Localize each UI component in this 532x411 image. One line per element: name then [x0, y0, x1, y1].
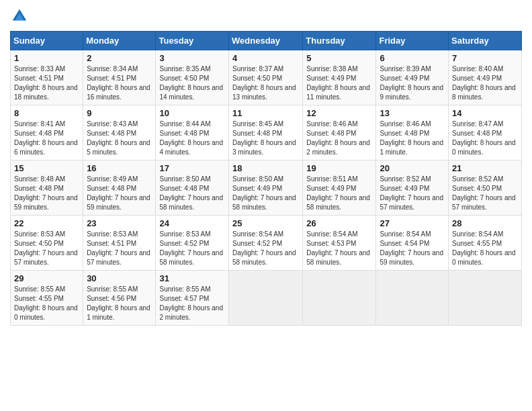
day-info: Sunrise: 8:52 AMSunset: 4:49 PMDaylight:… [380, 175, 445, 212]
calendar-cell: 18 Sunrise: 8:50 AMSunset: 4:49 PMDaylig… [229, 161, 303, 216]
day-info: Sunrise: 8:46 AMSunset: 4:48 PMDaylight:… [380, 120, 445, 157]
calendar-cell: 11 Sunrise: 8:45 AMSunset: 4:48 PMDaylig… [229, 105, 303, 161]
calendar-week-row: 29 Sunrise: 8:55 AMSunset: 4:55 PMDaylig… [11, 271, 522, 326]
calendar-cell: 10 Sunrise: 8:44 AMSunset: 4:48 PMDaylig… [156, 105, 229, 161]
calendar-cell: 30 Sunrise: 8:55 AMSunset: 4:56 PMDaylig… [83, 271, 156, 326]
calendar-cell: 26 Sunrise: 8:54 AMSunset: 4:53 PMDaylig… [303, 216, 376, 271]
day-number: 7 [452, 53, 518, 63]
day-info: Sunrise: 8:51 AMSunset: 4:49 PMDaylight:… [306, 175, 372, 212]
day-info: Sunrise: 8:40 AMSunset: 4:49 PMDaylight:… [452, 64, 518, 102]
calendar-cell: 1 Sunrise: 8:33 AMSunset: 4:51 PMDayligh… [11, 50, 83, 105]
day-number: 14 [452, 108, 518, 118]
day-info: Sunrise: 8:53 AMSunset: 4:52 PMDaylight:… [159, 230, 225, 267]
day-info: Sunrise: 8:52 AMSunset: 4:50 PMDaylight:… [452, 175, 518, 212]
day-number: 3 [159, 53, 225, 63]
weekday-header-saturday: Saturday [449, 32, 522, 50]
calendar-cell: 28 Sunrise: 8:54 AMSunset: 4:55 PMDaylig… [449, 216, 522, 271]
day-info: Sunrise: 8:54 AMSunset: 4:53 PMDaylight:… [306, 230, 372, 267]
day-number: 16 [87, 163, 152, 173]
day-info: Sunrise: 8:55 AMSunset: 4:56 PMDaylight:… [87, 285, 152, 322]
calendar-cell: 14 Sunrise: 8:47 AMSunset: 4:48 PMDaylig… [449, 105, 522, 161]
calendar-week-row: 8 Sunrise: 8:41 AMSunset: 4:48 PMDayligh… [11, 105, 522, 161]
day-number: 6 [380, 53, 445, 63]
day-number: 11 [232, 108, 299, 118]
calendar-cell: 15 Sunrise: 8:48 AMSunset: 4:48 PMDaylig… [11, 161, 83, 216]
day-number: 1 [14, 53, 79, 63]
calendar-cell: 12 Sunrise: 8:46 AMSunset: 4:48 PMDaylig… [303, 105, 376, 161]
day-info: Sunrise: 8:41 AMSunset: 4:48 PMDaylight:… [14, 120, 79, 157]
day-info: Sunrise: 8:46 AMSunset: 4:48 PMDaylight:… [306, 120, 372, 157]
calendar-cell: 27 Sunrise: 8:54 AMSunset: 4:54 PMDaylig… [376, 216, 449, 271]
day-number: 23 [87, 218, 152, 228]
weekday-header-tuesday: Tuesday [156, 32, 229, 50]
day-info: Sunrise: 8:53 AMSunset: 4:50 PMDaylight:… [14, 230, 79, 267]
day-number: 25 [232, 218, 299, 228]
weekday-header-sunday: Sunday [11, 32, 83, 50]
day-info: Sunrise: 8:34 AMSunset: 4:51 PMDaylight:… [87, 64, 152, 102]
day-info: Sunrise: 8:54 AMSunset: 4:52 PMDaylight:… [232, 230, 299, 267]
day-info: Sunrise: 8:54 AMSunset: 4:55 PMDaylight:… [452, 230, 518, 267]
day-info: Sunrise: 8:44 AMSunset: 4:48 PMDaylight:… [159, 120, 225, 157]
day-number: 15 [14, 163, 79, 173]
calendar-cell: 23 Sunrise: 8:53 AMSunset: 4:51 PMDaylig… [83, 216, 156, 271]
day-info: Sunrise: 8:39 AMSunset: 4:49 PMDaylight:… [380, 64, 445, 102]
day-number: 20 [380, 163, 445, 173]
calendar-table: SundayMondayTuesdayWednesdayThursdayFrid… [10, 31, 522, 326]
day-number: 27 [380, 218, 445, 228]
day-number: 24 [159, 218, 225, 228]
calendar-cell: 19 Sunrise: 8:51 AMSunset: 4:49 PMDaylig… [303, 161, 376, 216]
day-info: Sunrise: 8:43 AMSunset: 4:48 PMDaylight:… [87, 120, 152, 157]
weekday-header-thursday: Thursday [303, 32, 376, 50]
day-info: Sunrise: 8:35 AMSunset: 4:50 PMDaylight:… [159, 64, 225, 102]
calendar-cell: 2 Sunrise: 8:34 AMSunset: 4:51 PMDayligh… [83, 50, 156, 105]
day-number: 28 [452, 218, 518, 228]
calendar-cell: 4 Sunrise: 8:37 AMSunset: 4:50 PMDayligh… [229, 50, 303, 105]
calendar-cell: 16 Sunrise: 8:49 AMSunset: 4:48 PMDaylig… [83, 161, 156, 216]
day-number: 8 [14, 108, 79, 118]
calendar-cell: 5 Sunrise: 8:38 AMSunset: 4:49 PMDayligh… [303, 50, 376, 105]
calendar-cell: 20 Sunrise: 8:52 AMSunset: 4:49 PMDaylig… [376, 161, 449, 216]
day-info: Sunrise: 8:55 AMSunset: 4:57 PMDaylight:… [159, 285, 225, 322]
day-number: 10 [159, 108, 225, 118]
calendar-week-row: 1 Sunrise: 8:33 AMSunset: 4:51 PMDayligh… [11, 50, 522, 105]
day-number: 13 [380, 108, 445, 118]
day-info: Sunrise: 8:50 AMSunset: 4:48 PMDaylight:… [159, 175, 225, 212]
calendar-cell [303, 271, 376, 326]
day-info: Sunrise: 8:50 AMSunset: 4:49 PMDaylight:… [232, 175, 299, 212]
day-info: Sunrise: 8:54 AMSunset: 4:54 PMDaylight:… [380, 230, 445, 267]
calendar-cell: 29 Sunrise: 8:55 AMSunset: 4:55 PMDaylig… [11, 271, 83, 326]
day-number: 29 [14, 273, 79, 283]
day-info: Sunrise: 8:48 AMSunset: 4:48 PMDaylight:… [14, 175, 79, 212]
weekday-header-wednesday: Wednesday [229, 32, 303, 50]
day-number: 18 [232, 163, 299, 173]
calendar-cell: 31 Sunrise: 8:55 AMSunset: 4:57 PMDaylig… [156, 271, 229, 326]
day-number: 4 [232, 53, 299, 63]
day-number: 2 [87, 53, 152, 63]
day-number: 17 [159, 163, 225, 173]
page-header [10, 7, 522, 26]
day-info: Sunrise: 8:53 AMSunset: 4:51 PMDaylight:… [87, 230, 152, 267]
calendar-cell: 24 Sunrise: 8:53 AMSunset: 4:52 PMDaylig… [156, 216, 229, 271]
calendar-header-row: SundayMondayTuesdayWednesdayThursdayFrid… [11, 32, 522, 50]
day-number: 22 [14, 218, 79, 228]
calendar-cell: 13 Sunrise: 8:46 AMSunset: 4:48 PMDaylig… [376, 105, 449, 161]
day-number: 5 [306, 53, 372, 63]
day-info: Sunrise: 8:33 AMSunset: 4:51 PMDaylight:… [14, 64, 79, 102]
day-info: Sunrise: 8:55 AMSunset: 4:55 PMDaylight:… [14, 285, 79, 322]
day-number: 30 [87, 273, 152, 283]
calendar-cell: 9 Sunrise: 8:43 AMSunset: 4:48 PMDayligh… [83, 105, 156, 161]
day-number: 21 [452, 163, 518, 173]
calendar-cell: 3 Sunrise: 8:35 AMSunset: 4:50 PMDayligh… [156, 50, 229, 105]
calendar-cell [376, 271, 449, 326]
calendar-cell: 7 Sunrise: 8:40 AMSunset: 4:49 PMDayligh… [449, 50, 522, 105]
calendar-week-row: 15 Sunrise: 8:48 AMSunset: 4:48 PMDaylig… [11, 161, 522, 216]
calendar-cell: 22 Sunrise: 8:53 AMSunset: 4:50 PMDaylig… [11, 216, 83, 271]
calendar-cell [449, 271, 522, 326]
calendar-week-row: 22 Sunrise: 8:53 AMSunset: 4:50 PMDaylig… [11, 216, 522, 271]
day-info: Sunrise: 8:49 AMSunset: 4:48 PMDaylight:… [87, 175, 152, 212]
calendar-cell [229, 271, 303, 326]
logo [10, 7, 32, 26]
day-info: Sunrise: 8:38 AMSunset: 4:49 PMDaylight:… [306, 64, 372, 102]
weekday-header-monday: Monday [83, 32, 156, 50]
day-info: Sunrise: 8:37 AMSunset: 4:50 PMDaylight:… [232, 64, 299, 102]
